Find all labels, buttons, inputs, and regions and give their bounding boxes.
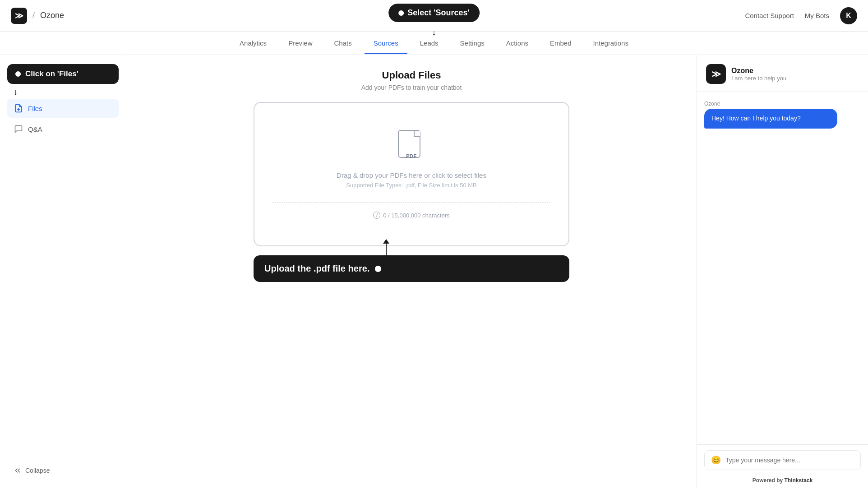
sidebar-collapse[interactable]: Collapse — [7, 461, 119, 480]
tab-leads[interactable]: Leads — [411, 33, 448, 54]
chat-bot-status: I am here to help you — [731, 75, 786, 82]
chat-input-area: 😊 — [697, 444, 868, 474]
main-layout: Click on 'Files' ↓ Files Q&A — [0, 55, 868, 489]
tooltip-dot-sources — [398, 10, 404, 16]
my-bots-link[interactable]: My Bots — [805, 12, 829, 19]
logo-icon[interactable]: ≫ — [11, 8, 27, 24]
tooltip-sources-label: Select 'Sources' — [407, 8, 470, 18]
tooltip-select-sources: Select 'Sources' — [388, 4, 480, 22]
chat-bubble-bot: Hey! How can I help you today? — [704, 109, 837, 129]
sidebar-files-label: Files — [28, 105, 42, 112]
tab-analytics[interactable]: Analytics — [231, 33, 276, 54]
sidebar-qa-label: Q&A — [28, 125, 42, 133]
chat-bot-icon: ≫ — [706, 64, 726, 84]
tooltip-click-files: Click on 'Files' — [7, 64, 119, 84]
drop-divider — [272, 202, 550, 203]
user-avatar[interactable]: K — [840, 7, 857, 24]
sidebar: Click on 'Files' ↓ Files Q&A — [0, 55, 126, 489]
pdf-icon: PDF — [398, 130, 425, 162]
header-app-name: Ozone — [40, 11, 64, 20]
header-right: Contact Support My Bots K — [745, 7, 857, 24]
tooltip-sources-arrow: ↓ — [432, 28, 436, 37]
info-icon: i — [373, 212, 380, 219]
powered-by: Powered by Thinkstack — [697, 474, 868, 489]
files-icon — [14, 103, 23, 113]
upload-title: Upload Files — [254, 69, 569, 81]
tooltip-dot-files — [15, 71, 21, 77]
tooltip-upload-container: Upload the .pdf file here. — [254, 255, 569, 282]
tab-preview[interactable]: Preview — [279, 33, 321, 54]
tooltip-files-arrow: ↓ — [14, 88, 119, 97]
tooltip-upload-label: Upload the .pdf file here. — [264, 263, 369, 274]
sidebar-item-files[interactable]: Files — [7, 99, 119, 118]
chat-bot-name: Ozone — [731, 67, 786, 75]
powered-by-text: Powered by — [753, 477, 785, 484]
header-slash: / — [32, 11, 35, 20]
chat-message-group: Ozone Hey! How can I help you today? — [704, 101, 861, 129]
tab-integrations[interactable]: Integrations — [584, 33, 637, 54]
emoji-icon[interactable]: 😊 — [711, 455, 721, 465]
chat-sender-label: Ozone — [704, 101, 861, 107]
drop-subtext: Supported File Types: .pdf, File Size li… — [346, 182, 477, 189]
sidebar-item-qa[interactable]: Q&A — [7, 120, 119, 138]
tooltip-files-label: Click on 'Files' — [25, 69, 78, 78]
contact-support-link[interactable]: Contact Support — [745, 12, 794, 19]
char-count: i 0 / 15,000,000 characters — [373, 212, 449, 219]
chat-messages: Ozone Hey! How can I help you today? — [697, 92, 868, 444]
drop-text: Drag & drop your PDFs here or click to s… — [337, 171, 486, 179]
tab-embed[interactable]: Embed — [541, 33, 581, 54]
upload-subtitle: Add your PDFs to train your chatbot — [254, 84, 569, 91]
content-area: Upload Files Add your PDFs to train your… — [126, 55, 697, 489]
tooltip-upload: Upload the .pdf file here. — [254, 255, 569, 282]
header: ≫ / Ozone Select 'Sources' ↓ Contact Sup… — [0, 0, 868, 32]
chat-input-row: 😊 — [704, 450, 861, 470]
char-count-label: 0 / 15,000,000 characters — [383, 212, 449, 219]
qa-icon — [14, 124, 23, 134]
tooltip-upload-dot — [375, 266, 381, 272]
tab-settings[interactable]: Settings — [451, 33, 494, 54]
tab-sources[interactable]: Sources — [365, 33, 407, 54]
chat-panel: ≫ Ozone I am here to help you Ozone Hey!… — [697, 55, 868, 489]
powered-by-brand: Thinkstack — [784, 477, 813, 484]
tab-actions[interactable]: Actions — [497, 33, 537, 54]
chat-header: ≫ Ozone I am here to help you — [697, 55, 868, 92]
header-logo: ≫ / Ozone — [11, 8, 64, 24]
chat-input[interactable] — [725, 457, 854, 464]
collapse-label: Collapse — [25, 467, 50, 474]
tab-chats[interactable]: Chats — [325, 33, 360, 54]
upload-section: Upload Files Add your PDFs to train your… — [254, 69, 569, 475]
chat-bot-info: Ozone I am here to help you — [731, 67, 786, 82]
upload-arrow — [383, 239, 389, 255]
upload-dropzone[interactable]: PDF Drag & drop your PDFs here or click … — [254, 102, 569, 246]
